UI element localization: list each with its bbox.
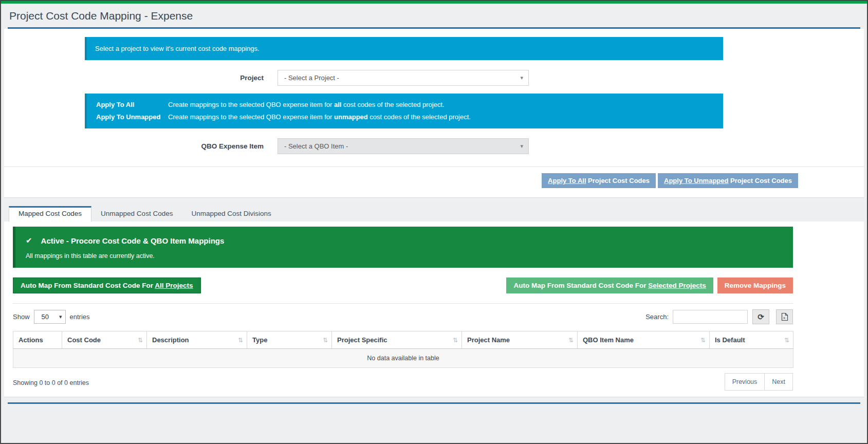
apply-all-rest: Project Cost Codes (586, 177, 650, 184)
desc-suffix: cost codes of the selected project. (368, 113, 471, 121)
column-project-specific[interactable]: Project Specific⇅ (332, 331, 462, 349)
apply-info-box: Apply To All Create mappings to the sele… (85, 94, 723, 128)
column-label: Type (252, 336, 267, 344)
column-actions: Actions (13, 331, 62, 349)
automap-selected-underlined: Selected Projects (648, 282, 706, 289)
pagination: Previous Next (725, 373, 793, 391)
column-label: Description (152, 336, 189, 344)
sort-icon: ⇅ (238, 337, 243, 344)
qbo-expense-item-row: QBO Expense Item - Select a QBO Item - ▾ (4, 138, 864, 154)
tab-bar: Mapped Cost Codes Unmapped Cost Codes Un… (4, 206, 864, 221)
tab-mapped-cost-codes[interactable]: Mapped Cost Codes (9, 206, 91, 221)
bottom-background (1, 404, 867, 443)
apply-all-underlined: Apply To All (548, 177, 586, 184)
apply-to-unmapped-info-row: Apply To Unmapped Create mappings to the… (96, 112, 714, 122)
mapped-cost-codes-panel: ✔ Active - Procore Cost Code & QBO Item … (4, 221, 864, 397)
page-size-select[interactable]: 50 ▾ (34, 310, 66, 324)
qbo-item-select[interactable]: - Select a QBO Item - ▾ (278, 138, 529, 154)
search-label: Search: (645, 313, 669, 321)
column-label: QBO Item Name (583, 336, 634, 344)
active-mappings-title: ✔ Active - Procore Cost Code & QBO Item … (26, 236, 783, 245)
app-window: Project Cost Code Mapping - Expense Sele… (0, 0, 868, 444)
search-area: Search: ⟳ x (645, 309, 793, 324)
page-header: Project Cost Code Mapping - Expense (1, 4, 867, 27)
sort-icon: ⇅ (700, 337, 706, 344)
empty-table-message: No data available in table (13, 349, 793, 368)
active-mappings-subtitle: All mappings in this table are currently… (26, 252, 783, 260)
apply-to-all-button[interactable]: Apply To All Project Cost Codes (542, 173, 656, 188)
apply-to-all-info-row: Apply To All Create mappings to the sele… (96, 100, 714, 110)
desc-suffix: cost codes of the selected project. (341, 101, 444, 108)
mapping-form-panel: Select a project to view it's current co… (4, 29, 864, 198)
apply-to-all-desc: Create mappings to the selected QBO expe… (168, 100, 445, 110)
entries-label: entries (70, 313, 90, 321)
column-is-default[interactable]: Is Default⇅ (710, 331, 793, 349)
previous-page-button[interactable]: Previous (725, 373, 765, 391)
sort-icon: ⇅ (138, 337, 143, 344)
apply-to-unmapped-button[interactable]: Apply To Unmapped Project Cost Codes (658, 173, 798, 188)
automap-all-projects-button[interactable]: Auto Map From Standard Cost Code For All… (13, 278, 201, 293)
banner-title-text: Active - Procore Cost Code & QBO Item Ma… (41, 236, 225, 245)
apply-to-unmapped-term: Apply To Unmapped (96, 112, 168, 122)
automap-all-prefix: Auto Map From Standard Cost Code For (21, 282, 155, 289)
chevron-down-icon: ▾ (59, 313, 62, 320)
desc-prefix: Create mappings to the selected QBO expe… (168, 101, 334, 108)
sort-icon: ⇅ (784, 337, 789, 344)
next-page-button[interactable]: Next (764, 373, 793, 391)
project-select-value: - Select a Project - (284, 74, 339, 82)
column-description[interactable]: Description⇅ (147, 331, 247, 349)
automap-selected-projects-button[interactable]: Auto Map From Standard Cost Code For Sel… (506, 278, 713, 293)
select-project-info-banner: Select a project to view it's current co… (85, 37, 723, 60)
apply-to-unmapped-desc: Create mappings to the selected QBO expe… (168, 112, 471, 122)
chevron-down-icon: ▾ (520, 143, 523, 150)
desc-prefix: Create mappings to the selected QBO expe… (168, 113, 334, 121)
sort-icon: ⇅ (568, 337, 574, 344)
automap-all-underlined: All Projects (155, 282, 193, 289)
search-input[interactable] (673, 310, 748, 324)
active-mappings-banner: ✔ Active - Procore Cost Code & QBO Item … (13, 227, 793, 268)
desc-bold: all (334, 101, 341, 108)
table-header-row: Actions Cost Code⇅ Description⇅ Type⇅ Pr… (13, 331, 793, 349)
apply-unmapped-rest: Project Cost Codes (728, 177, 792, 184)
automap-selected-prefix: Auto Map From Standard Cost Code For (513, 282, 648, 289)
apply-to-all-term: Apply To All (96, 100, 168, 110)
column-cost-code[interactable]: Cost Code⇅ (62, 331, 147, 349)
showing-entries-text: Showing 0 to 0 of 0 entries (13, 373, 89, 386)
page-size-value: 50 (42, 313, 49, 321)
right-action-group: Auto Map From Standard Cost Code For Sel… (506, 278, 793, 293)
empty-table-row: No data available in table (13, 349, 793, 368)
column-project-name[interactable]: Project Name⇅ (462, 331, 578, 349)
sort-icon: ⇅ (323, 337, 328, 344)
remove-mappings-button[interactable]: Remove Mappings (717, 278, 793, 293)
column-label: Project Specific (337, 336, 387, 344)
page-title: Project Cost Code Mapping - Expense (9, 10, 859, 22)
column-label: Project Name (467, 336, 510, 344)
tab-unmapped-cost-divisions[interactable]: Unmapped Cost Divisions (182, 206, 280, 221)
qbo-item-select-value: - Select a QBO Item - (284, 142, 348, 150)
column-label: Cost Code (67, 336, 101, 344)
info-banner-text: Select a project to view it's current co… (95, 45, 260, 52)
mapping-actions-row: Auto Map From Standard Cost Code For All… (13, 278, 793, 293)
project-select[interactable]: - Select a Project - ▾ (278, 70, 529, 86)
desc-bold: unmapped (334, 113, 368, 121)
project-label: Project (4, 74, 264, 82)
sort-icon: ⇅ (453, 337, 458, 344)
tab-unmapped-cost-codes[interactable]: Unmapped Cost Codes (91, 206, 182, 221)
qbo-expense-item-label: QBO Expense Item (4, 142, 264, 150)
mappings-table: Actions Cost Code⇅ Description⇅ Type⇅ Pr… (13, 331, 793, 368)
refresh-button[interactable]: ⟳ (752, 309, 769, 324)
table-controls: Show 50 ▾ entries Search: ⟳ x (13, 309, 793, 324)
column-qbo-item-name[interactable]: QBO Item Name⇅ (578, 331, 710, 349)
refresh-icon: ⟳ (758, 312, 764, 322)
column-type[interactable]: Type⇅ (247, 331, 332, 349)
apply-unmapped-underlined: Apply To Unmapped (664, 177, 728, 184)
form-actions: Apply To All Project Cost Codes Apply To… (4, 167, 864, 197)
svg-text:x: x (783, 316, 785, 320)
excel-export-icon: x (781, 312, 788, 321)
table-footer: Showing 0 to 0 of 0 entries Previous Nex… (13, 369, 793, 391)
table-section-divider (13, 303, 793, 304)
show-label: Show (13, 313, 30, 321)
project-row: Project - Select a Project - ▾ (4, 70, 864, 86)
export-excel-button[interactable]: x (776, 309, 793, 324)
chevron-down-icon: ▾ (520, 75, 523, 81)
